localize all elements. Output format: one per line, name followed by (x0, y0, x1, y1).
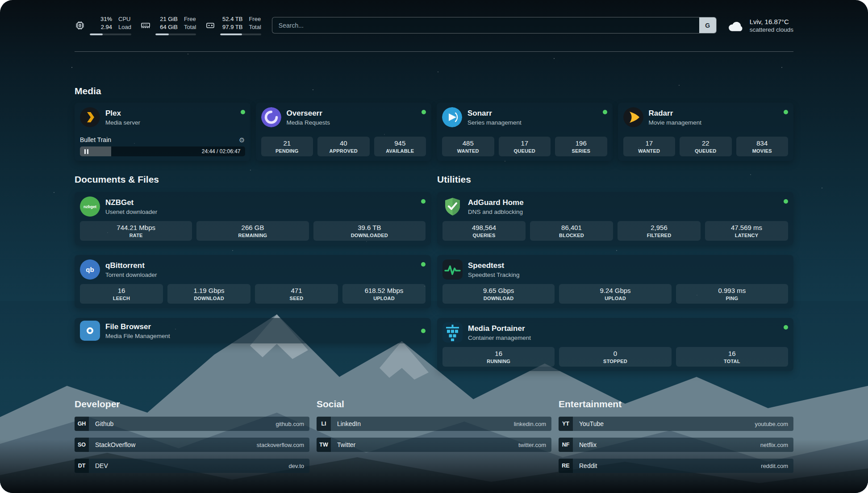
pause-icon[interactable] (84, 149, 88, 154)
app-card-qbittorrent[interactable]: qb qBittorrent Torrent downloader 16 LEE… (75, 255, 431, 308)
bookmark-abbr: LI (321, 421, 326, 427)
stat-label: DOWNLOAD (194, 296, 224, 301)
cpu-percent: 31% (90, 15, 112, 23)
app-card-nzbget[interactable]: nzbget NZBGet Usenet downloader 744.21 M… (75, 192, 431, 245)
stat-label: APPROVED (330, 148, 358, 154)
stat-filtered: 2,956 FILTERED (618, 221, 701, 241)
app-name: qBittorrent (105, 261, 157, 270)
app-description: Media Requests (287, 119, 330, 126)
stat-ping: 0.993 ms PING (676, 284, 788, 304)
bookmark-url: youtube.com (755, 421, 788, 427)
bookmark-url: netflix.com (760, 442, 788, 448)
adguard-icon (442, 196, 463, 217)
stat-label: FILTERED (647, 233, 672, 238)
ram-total: 64 GiB (155, 23, 178, 31)
social-section: Social LI LinkedIn linkedin.com TW Twitt… (317, 399, 551, 473)
app-card-speedtest[interactable]: Speedtest Speedtest Tracking 9.65 Gbps D… (437, 255, 793, 308)
bookmark-name: DEV (95, 462, 108, 469)
app-description: Torrent downloader (105, 272, 157, 278)
stat-remaining: 266 GB REMAINING (196, 221, 309, 241)
ram-widget: 21 GiB 64 GiB Free Total (140, 15, 196, 35)
topbar-divider (75, 51, 793, 52)
media-section: Plex Media server Bullet Train ⚙ 24:44 /… (75, 103, 793, 161)
cloud-icon (727, 19, 744, 32)
app-card-sonarr[interactable]: Sonarr Series management 485 WANTED 17 Q… (437, 103, 613, 161)
app-name: AdGuard Home (468, 198, 524, 207)
bookmark-youtube[interactable]: YT YouTube youtube.com (559, 417, 793, 431)
stat-label: TOTAL (724, 359, 740, 364)
stat-available: 945 AVAILABLE (374, 137, 426, 156)
app-card-adguard[interactable]: AdGuard Home DNS and adblocking 498,564 … (437, 192, 793, 245)
netflix-icon: NF (559, 438, 573, 452)
app-description: Container management (468, 334, 531, 341)
bookmark-name: Reddit (579, 462, 597, 469)
plex-icon (80, 107, 100, 127)
bookmark-abbr: GH (78, 421, 86, 427)
bookmark-netflix[interactable]: NF Netflix netflix.com (559, 438, 793, 452)
qbittorrent-icon-label: qb (86, 266, 94, 273)
section-title-utilities: Utilities (437, 174, 793, 185)
bookmark-abbr: SO (78, 442, 86, 448)
stat-label: PENDING (275, 148, 299, 154)
app-card-portainer[interactable]: Media Portainer Container management 16 … (437, 318, 793, 371)
app-card-filebrowser[interactable]: File Browser Media File Management (75, 318, 431, 343)
player-settings-icon[interactable]: ⚙ (239, 137, 245, 143)
cpu-load-label: Load (118, 23, 131, 31)
stat-value: 86,401 (561, 224, 582, 231)
stat-value: 498,564 (472, 224, 496, 231)
stat-latency: 47.569 ms LATENCY (705, 221, 788, 241)
status-online-dot (784, 199, 788, 204)
player-progress-bar[interactable]: 24:44 / 02:06:47 (80, 146, 245, 156)
search-bar[interactable]: G (272, 17, 717, 33)
app-description: Series management (467, 119, 522, 126)
bookmark-stackoverflow[interactable]: SO StackOverflow stackoverflow.com (75, 438, 309, 452)
stats-row: 485 WANTED 17 QUEUED 196 SERIES (442, 137, 607, 156)
bookmark-name: StackOverflow (95, 441, 135, 448)
twitter-icon: TW (317, 438, 331, 452)
app-name: Sonarr (467, 109, 522, 118)
stat-value: 21 (283, 139, 291, 147)
stat-blocked: 86,401 BLOCKED (530, 221, 613, 241)
app-card-radarr[interactable]: Radarr Movie management 17 WANTED 22 QUE… (618, 103, 794, 161)
bookmark-reddit[interactable]: RE Reddit reddit.com (559, 459, 793, 473)
stat-queries: 498,564 QUERIES (442, 221, 526, 241)
bookmark-github[interactable]: GH Github github.com (75, 417, 309, 431)
stat-value: 744.21 Mbps (117, 224, 155, 231)
stat-value: 9.24 Gbps (600, 287, 630, 294)
dashboard: 31% 2.94 CPU Load (0, 0, 868, 493)
app-card-overseerr[interactable]: Overseerr Media Requests 21 PENDING 40 A… (256, 103, 432, 161)
stat-label: MOVIES (752, 148, 772, 154)
app-name: Radarr (649, 109, 702, 118)
stats-row: 9.65 Gbps DOWNLOAD 9.24 Gbps UPLOAD 0.99… (442, 284, 788, 304)
top-bar: 31% 2.94 CPU Load (75, 0, 793, 35)
app-name: Speedtest (468, 261, 520, 270)
bookmark-name: LinkedIn (337, 420, 361, 427)
bookmark-abbr: NF (562, 442, 570, 448)
app-card-plex[interactable]: Plex Media server Bullet Train ⚙ 24:44 /… (75, 103, 250, 161)
bookmark-linkedin[interactable]: LI LinkedIn linkedin.com (317, 417, 551, 431)
stat-value: 471 (291, 287, 302, 294)
stat-label: WANTED (638, 148, 660, 154)
stats-row: 21 PENDING 40 APPROVED 945 AVAILABLE (261, 137, 426, 156)
status-online-dot (603, 110, 607, 114)
stat-value: 196 (576, 139, 587, 147)
stat-label: BLOCKED (559, 233, 584, 238)
documents-section: Documents & Files nzbget NZBGet Usenet d… (75, 174, 431, 371)
stat-label: WANTED (457, 148, 479, 154)
disk-free-label: Free (249, 15, 261, 23)
cpu-usage-bar (90, 33, 131, 35)
search-input[interactable] (272, 17, 699, 33)
stat-download: 1.19 Gbps DOWNLOAD (167, 284, 250, 304)
radarr-icon (623, 107, 643, 127)
stat-pending: 21 PENDING (261, 137, 313, 156)
dev-icon: DT (75, 459, 89, 473)
app-name: Plex (105, 109, 140, 118)
ram-free-label: Free (184, 15, 196, 23)
search-engine-button[interactable]: G (699, 17, 716, 33)
stat-value: 485 (463, 139, 474, 147)
bookmark-dev[interactable]: DT DEV dev.to (75, 459, 309, 473)
stat-total: 16 TOTAL (676, 347, 788, 367)
stat-downloaded: 39.6 TB DOWNLOADED (313, 221, 426, 241)
bookmark-twitter[interactable]: TW Twitter twitter.com (317, 438, 551, 452)
stat-label: UPLOAD (605, 296, 626, 301)
